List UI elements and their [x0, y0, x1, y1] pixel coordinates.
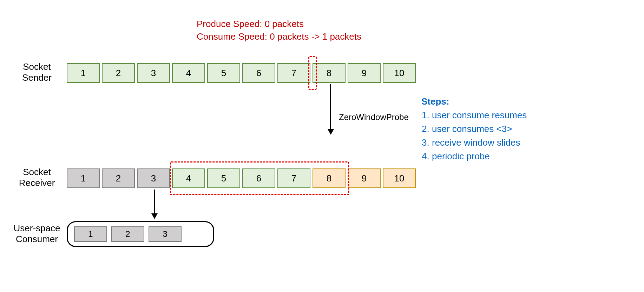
- consumer-cell: 2: [111, 226, 144, 242]
- consumer-cell: 1: [74, 226, 107, 242]
- steps-list: user consume resumesuser consumes <3>rec…: [421, 108, 527, 163]
- sender-window-marker: [308, 56, 317, 90]
- zero-window-probe-label: ZeroWindowProbe: [339, 112, 409, 122]
- steps-item: user consume resumes: [432, 108, 527, 122]
- consumer-cell: 3: [149, 226, 182, 242]
- steps-block: Steps: user consume resumesuser consumes…: [421, 95, 527, 163]
- receiver-label: Socket Receiver: [14, 167, 60, 188]
- steps-title: Steps:: [421, 95, 527, 108]
- receiver-cell: 9: [348, 168, 381, 188]
- receiver-cell: 1: [67, 168, 100, 188]
- sender-cell: 2: [102, 63, 135, 83]
- steps-item: periodic probe: [432, 150, 527, 163]
- receiver-cell: 2: [102, 168, 135, 188]
- sender-cell: 10: [383, 63, 416, 83]
- sender-cell: 5: [207, 63, 240, 83]
- speed-text-block: Produce Speed: 0 packets Consume Speed: …: [197, 18, 361, 43]
- produce-speed-text: Produce Speed: 0 packets: [197, 18, 361, 30]
- sender-buffer-row: 12345678910: [67, 63, 416, 83]
- sender-cell: 1: [67, 63, 100, 83]
- steps-item: user consumes <3>: [432, 122, 527, 136]
- sender-cell: 7: [277, 63, 310, 83]
- receive-window-marker: [170, 161, 349, 195]
- sender-label: Socket Sender: [14, 61, 60, 83]
- sender-cell: 9: [348, 63, 381, 83]
- sender-cell: 3: [137, 63, 170, 83]
- receiver-cell: 10: [383, 168, 416, 188]
- consume-speed-text: Consume Speed: 0 packets -> 1 packets: [197, 30, 361, 43]
- sender-cell: 4: [172, 63, 205, 83]
- sender-cell: 6: [242, 63, 275, 83]
- consumer-box: 123: [67, 221, 214, 247]
- sender-cell: 8: [313, 63, 346, 83]
- steps-item: receive window slides: [432, 136, 527, 150]
- receiver-cell: 3: [137, 168, 170, 188]
- consumer-label: User-space Consumer: [11, 223, 63, 245]
